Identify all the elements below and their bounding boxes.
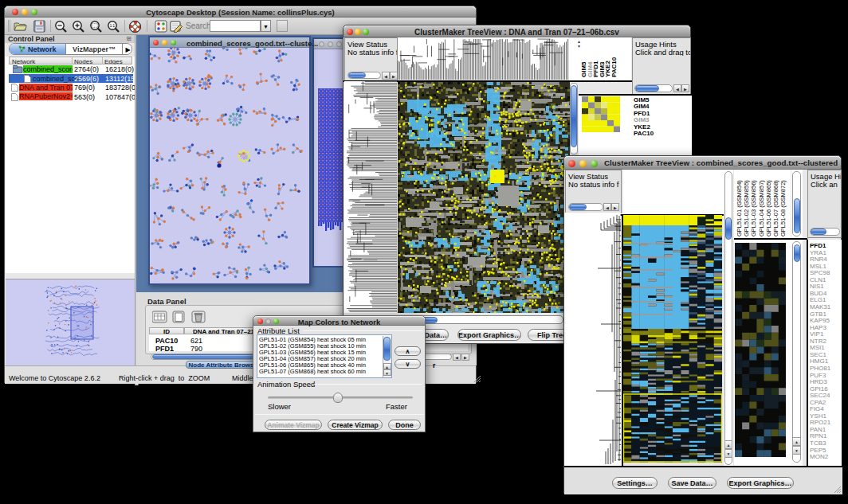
svg-text:1:1: 1:1	[110, 24, 116, 28]
